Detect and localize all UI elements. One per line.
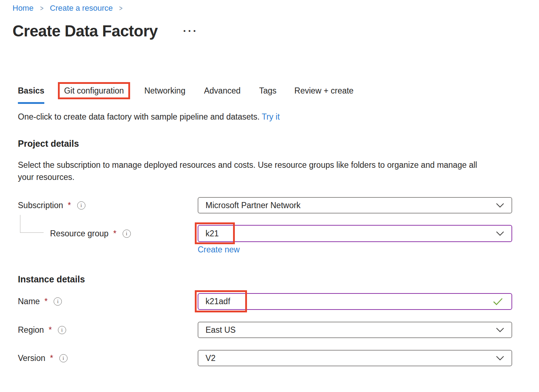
- breadcrumb-home-link[interactable]: Home: [13, 4, 34, 13]
- tab-networking[interactable]: Networking: [144, 85, 186, 96]
- tab-advanced-label: Advanced: [204, 86, 241, 95]
- tab-networking-label: Networking: [144, 86, 186, 95]
- resource-group-label-group: Resource group * i: [18, 225, 198, 242]
- tab-advanced[interactable]: Advanced: [204, 85, 241, 96]
- tab-git-configuration-label: Git configuration: [64, 86, 124, 95]
- subscription-dropdown[interactable]: Microsoft Partner Network: [198, 197, 512, 213]
- tab-git-configuration[interactable]: Git configuration: [58, 82, 130, 99]
- required-asterisk: *: [68, 201, 71, 210]
- subscription-label-group: Subscription * i: [18, 197, 198, 213]
- create-new-link[interactable]: Create new: [198, 245, 240, 255]
- tab-tags[interactable]: Tags: [259, 85, 277, 96]
- region-label: Region: [18, 325, 44, 335]
- info-icon[interactable]: i: [123, 230, 131, 238]
- tab-review-create[interactable]: Review + create: [295, 85, 354, 96]
- breadcrumb: Home > Create a resource >: [13, 4, 123, 13]
- more-menu-icon[interactable]: ···: [183, 26, 198, 36]
- region-field: East US: [198, 322, 512, 338]
- chevron-down-icon: [496, 231, 504, 236]
- version-value: V2: [206, 353, 216, 363]
- instance-details-heading: Instance details: [18, 274, 85, 285]
- name-input[interactable]: [198, 293, 512, 310]
- subscription-field: Microsoft Partner Network: [198, 197, 512, 213]
- subscription-label: Subscription: [18, 201, 63, 210]
- tab-bar: Basics Git configuration Networking Adva…: [18, 82, 353, 99]
- required-asterisk: *: [113, 229, 117, 238]
- resource-group-label: Resource group: [50, 229, 109, 238]
- resource-group-dropdown[interactable]: k21: [198, 225, 512, 242]
- required-asterisk: *: [50, 353, 53, 363]
- tab-tags-label: Tags: [259, 86, 277, 95]
- version-label-group: Version * i: [18, 350, 198, 366]
- version-field: V2: [198, 350, 512, 366]
- intro-text: One-click to create data factory with sa…: [18, 112, 280, 122]
- info-icon[interactable]: i: [77, 201, 85, 210]
- active-tab-underline: [18, 102, 44, 104]
- name-field: [198, 293, 512, 310]
- subscription-value: Microsoft Partner Network: [206, 201, 301, 210]
- info-icon[interactable]: i: [58, 326, 66, 334]
- breadcrumb-create-a-resource-link[interactable]: Create a resource: [50, 4, 113, 13]
- project-details-description: Select the subscription to manage deploy…: [18, 159, 493, 183]
- required-asterisk: *: [44, 297, 48, 306]
- chevron-down-icon: [496, 356, 504, 361]
- subscription-row: Subscription * i Microsoft Partner Netwo…: [18, 197, 512, 213]
- region-row: Region * i East US: [18, 322, 512, 338]
- valid-check-icon: [493, 298, 503, 306]
- name-label-group: Name * i: [18, 293, 198, 310]
- page-title: Create Data Factory: [13, 22, 158, 40]
- breadcrumb-separator-icon: >: [119, 4, 123, 12]
- region-value: East US: [206, 325, 236, 335]
- required-asterisk: *: [49, 325, 52, 335]
- project-details-heading: Project details: [18, 139, 79, 149]
- name-row: Name * i: [18, 293, 512, 310]
- tab-basics[interactable]: Basics: [18, 85, 44, 96]
- resource-group-value: k21: [206, 229, 219, 238]
- version-label: Version: [18, 353, 45, 363]
- resource-group-row: Resource group * i k21: [18, 225, 512, 242]
- tab-review-create-label: Review + create: [295, 86, 354, 95]
- version-dropdown[interactable]: V2: [198, 350, 512, 366]
- version-row: Version * i V2: [18, 350, 512, 366]
- name-label: Name: [18, 297, 40, 306]
- breadcrumb-separator-icon: >: [40, 4, 43, 12]
- resource-group-field: k21: [198, 225, 512, 242]
- tab-basics-label: Basics: [18, 86, 44, 95]
- region-label-group: Region * i: [18, 322, 198, 338]
- info-icon[interactable]: i: [54, 297, 62, 306]
- try-it-link[interactable]: Try it: [262, 112, 280, 121]
- intro-sentence: One-click to create data factory with sa…: [18, 112, 259, 121]
- chevron-down-icon: [496, 203, 504, 208]
- info-icon[interactable]: i: [59, 354, 68, 362]
- chevron-down-icon: [496, 327, 504, 332]
- region-dropdown[interactable]: East US: [198, 322, 512, 338]
